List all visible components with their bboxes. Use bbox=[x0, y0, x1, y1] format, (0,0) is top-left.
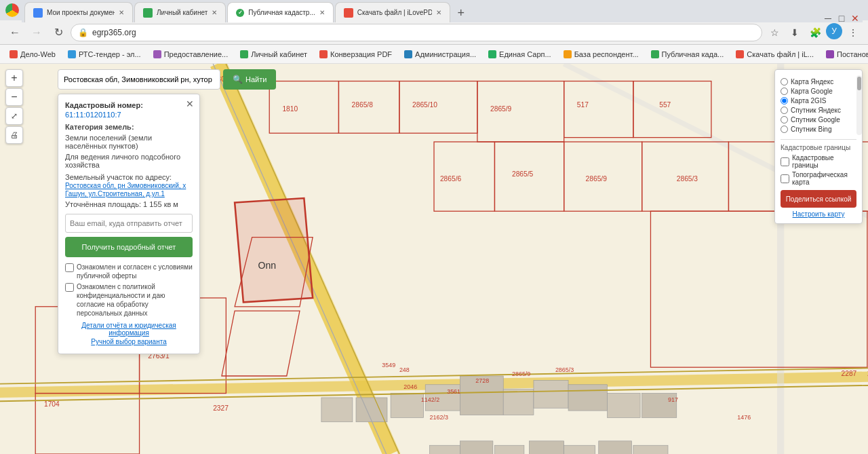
tab-cabinet[interactable]: Личный кабинет ✕ bbox=[134, 2, 226, 22]
cadastre-checkbox[interactable] bbox=[781, 157, 789, 166]
bookmark-baza[interactable]: База респондент... bbox=[558, 47, 644, 62]
main-content: 1810 2865/8 2865/10 2865/9 517 557 2865/… bbox=[0, 64, 868, 454]
bookmark-delo-web[interactable]: Дело-Web bbox=[4, 47, 61, 62]
forward-button[interactable]: → bbox=[27, 23, 46, 42]
radio-yandex-map[interactable] bbox=[781, 78, 788, 86]
svg-text:3549: 3549 bbox=[382, 362, 395, 368]
downloads-button[interactable]: ⬇ bbox=[785, 23, 804, 42]
tab-ilovepdf[interactable]: Скачать файл | iLovePDF ✕ bbox=[335, 2, 450, 22]
details-link[interactable]: Детали отчёта и юридическая информация bbox=[65, 322, 193, 337]
info-panel-close[interactable]: ✕ bbox=[186, 98, 194, 109]
radio-bing-sat[interactable] bbox=[781, 126, 788, 133]
menu-button[interactable]: ⋮ bbox=[844, 23, 863, 42]
bookmark-publichna[interactable]: Публичная када... bbox=[646, 47, 730, 62]
address-bar[interactable]: 🔒 egrp365.org bbox=[71, 24, 762, 41]
bookmark-label-6: Администрация... bbox=[415, 50, 476, 58]
tab-close-4[interactable]: ✕ bbox=[436, 9, 441, 16]
label-2gis-map: Карта 2GIS bbox=[791, 97, 826, 105]
zoom-out-button[interactable]: − bbox=[5, 88, 23, 106]
tab-close-1[interactable]: ✕ bbox=[119, 9, 124, 16]
area-info: Уточнённая площадь: 1 155 кв м bbox=[65, 200, 193, 208]
profile-button[interactable]: У bbox=[826, 23, 842, 39]
email-input[interactable] bbox=[65, 214, 193, 233]
bookmark-konverziya[interactable]: Конверзация PDF bbox=[314, 47, 397, 62]
bookmark-predostavlenie[interactable]: Предоставление... bbox=[148, 47, 234, 62]
layer-radio-google-map: Карта Google bbox=[781, 88, 856, 95]
svg-marker-56 bbox=[235, 198, 313, 302]
settings-link[interactable]: Настроить карту bbox=[781, 210, 856, 218]
bookmark-skachat[interactable]: Скачать файл | iL... bbox=[730, 47, 819, 62]
new-tab-button[interactable]: + bbox=[452, 3, 471, 22]
tab-favicon-1 bbox=[33, 8, 43, 18]
tab-my-projects[interactable]: Мои проекты документо... ✕ bbox=[24, 2, 133, 22]
checkbox-privacy[interactable] bbox=[65, 283, 74, 292]
label-google-map: Карта Google bbox=[791, 88, 833, 95]
svg-rect-19 bbox=[321, 398, 353, 422]
bookmark-sarps[interactable]: Единая Сарп... bbox=[483, 47, 557, 62]
browser-frame: Мои проекты документо... ✕ Личный кабине… bbox=[0, 0, 868, 454]
tab-close-2[interactable]: ✕ bbox=[212, 9, 217, 16]
radio-2gis-map[interactable] bbox=[781, 97, 788, 105]
bookmark-label-1: Дело-Web bbox=[20, 50, 56, 58]
svg-text:1810: 1810 bbox=[282, 105, 298, 113]
tab-label-3: Публичная кадастр... bbox=[248, 9, 315, 16]
print-button[interactable]: 🖨 bbox=[5, 126, 23, 144]
get-report-button[interactable]: Получить подробный отчет bbox=[65, 237, 193, 257]
svg-rect-16 bbox=[503, 389, 534, 415]
back-button[interactable]: ← bbox=[5, 23, 24, 42]
svg-rect-17 bbox=[391, 394, 424, 418]
svg-text:1476: 1476 bbox=[737, 414, 751, 421]
bookmark-postanovlenie[interactable]: Постановление Г... bbox=[821, 47, 868, 62]
map-search-button[interactable]: 🔍 Найти bbox=[223, 69, 276, 90]
address-link[interactable]: Ростовская обл, рн Зимовниковский, х Гаш… bbox=[65, 182, 186, 197]
svg-text:2865/3: 2865/3 bbox=[555, 366, 574, 373]
layer-radio-bing-sat: Спутник Bing bbox=[781, 126, 856, 133]
radio-google-map[interactable] bbox=[781, 88, 788, 95]
checkbox-oferta[interactable] bbox=[65, 263, 74, 272]
svg-rect-30 bbox=[633, 445, 668, 454]
layer-radio-2gis-map: Карта 2GIS bbox=[781, 97, 856, 105]
area-value: 1 155 кв м bbox=[143, 200, 178, 208]
window-controls: ─ □ ✕ bbox=[823, 13, 860, 22]
search-btn-label: Найти bbox=[245, 75, 267, 83]
map-container[interactable]: 1810 2865/8 2865/10 2865/9 517 557 2865/… bbox=[0, 64, 868, 454]
map-search-input[interactable] bbox=[58, 69, 220, 90]
address-text: egrp365.org bbox=[92, 28, 136, 37]
label-google-sat: Спутник Google bbox=[791, 116, 840, 124]
bookmarks-bar: Дело-Web РТС-тендер - эл... Предоставлен… bbox=[0, 45, 868, 64]
bookmark-label-3: Предоставление... bbox=[164, 50, 229, 58]
svg-text:557: 557 bbox=[659, 101, 671, 109]
category-heading: Категория земель: bbox=[65, 123, 134, 131]
minimize-button[interactable]: ─ bbox=[823, 13, 833, 22]
tab-cadastral[interactable]: ✓ Публичная кадастр... ✕ bbox=[227, 2, 334, 22]
radio-yandex-sat[interactable] bbox=[781, 107, 788, 114]
cadastral-value[interactable]: 61:11:0120110:7 bbox=[65, 111, 193, 119]
bookmark-rts-tender[interactable]: РТС-тендер - эл... bbox=[62, 47, 146, 62]
bookmark-label-11: Постановление Г... bbox=[837, 50, 868, 58]
bookmark-label-5: Конверзация PDF bbox=[330, 50, 392, 58]
manual-select-link[interactable]: Ручной выбор варианта bbox=[65, 338, 193, 345]
svg-text:517: 517 bbox=[577, 101, 589, 109]
svg-text:2162/3: 2162/3 bbox=[430, 414, 448, 421]
zoom-in-button[interactable]: + bbox=[5, 69, 23, 87]
label-yandex-sat: Спутник Яндекс bbox=[791, 107, 841, 114]
category-value: Земли поселений (земли населённых пункто… bbox=[65, 134, 193, 150]
close-button[interactable]: ✕ bbox=[850, 13, 860, 22]
tab-favicon-2 bbox=[143, 8, 153, 18]
share-button[interactable]: Поделиться ссылкой bbox=[781, 190, 856, 208]
svg-text:2865/5: 2865/5 bbox=[512, 170, 534, 178]
layer-radio-yandex-map: Карта Яндекс bbox=[781, 78, 856, 86]
tab-favicon-3: ✓ bbox=[236, 9, 244, 17]
reload-button[interactable]: ↻ bbox=[49, 23, 68, 42]
bookmark-administratsiya[interactable]: Администрация... bbox=[399, 47, 481, 62]
topo-checkbox[interactable] bbox=[781, 174, 789, 183]
topo-checkbox-row: Топографическая карта bbox=[781, 171, 856, 186]
maximize-button[interactable]: □ bbox=[837, 13, 846, 22]
bookmarks-button[interactable]: ☆ bbox=[765, 23, 784, 42]
extensions-button[interactable]: 🧩 bbox=[806, 23, 825, 42]
svg-rect-25 bbox=[460, 441, 493, 454]
fullscreen-button[interactable]: ⤢ bbox=[5, 107, 23, 125]
radio-google-sat[interactable] bbox=[781, 116, 788, 124]
tab-close-3[interactable]: ✕ bbox=[319, 9, 325, 16]
bookmark-cabinet[interactable]: Личный кабинет bbox=[235, 47, 313, 62]
